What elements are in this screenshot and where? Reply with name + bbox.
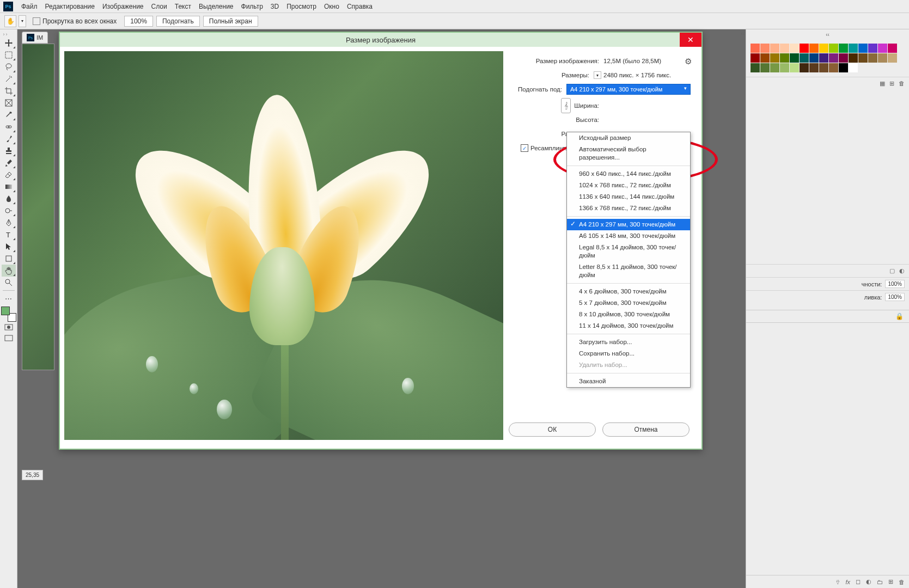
swatch[interactable] [839, 63, 848, 72]
dd-letter[interactable]: Letter 8,5 x 11 дюймов, 300 точек/дюйм [567, 261, 690, 281]
panel-collapse-icon[interactable]: ‹‹ [746, 29, 909, 39]
swatch[interactable] [760, 44, 770, 53]
swatch[interactable] [819, 63, 828, 72]
swatch[interactable] [800, 53, 809, 63]
menu-layers[interactable]: Слои [151, 3, 167, 10]
menu-view[interactable]: Просмотр [286, 3, 316, 10]
dd-1136[interactable]: 1136 x 640 пикс., 144 пикс./дюйм [567, 191, 690, 203]
type-tool[interactable]: T [2, 229, 16, 241]
swatch[interactable] [829, 44, 838, 53]
dd-load-preset[interactable]: Загрузить набор... [567, 336, 690, 348]
link-layers-icon[interactable]: ⍢ [836, 579, 840, 585]
delete-layer-icon[interactable]: 🗑 [899, 579, 905, 585]
group-icon[interactable]: 🗀 [877, 579, 883, 585]
zoom-tool[interactable] [2, 277, 16, 289]
swatch[interactable] [770, 63, 779, 72]
fullscreen-button[interactable]: Полный экран [203, 16, 258, 27]
crop-tool[interactable] [2, 85, 16, 97]
brush-tool[interactable] [2, 133, 16, 145]
dd-4x6[interactable]: 4 x 6 дюймов, 300 точек/дюйм [567, 286, 690, 297]
swatch-grid-icon[interactable]: ▦ [880, 80, 885, 87]
menu-filter[interactable]: Фильтр [241, 3, 263, 10]
dd-5x7[interactable]: 5 x 7 дюймов, 300 точек/дюйм [567, 297, 690, 309]
hand-tool-icon[interactable]: ✋ [4, 15, 16, 27]
swatches-panel[interactable] [746, 39, 909, 77]
swatch[interactable] [760, 53, 770, 63]
filter-adj-icon[interactable]: ◐ [899, 267, 905, 274]
swatch[interactable] [780, 63, 789, 72]
swatch[interactable] [829, 63, 838, 72]
screenmode-toggle[interactable] [3, 334, 14, 342]
swatch[interactable] [849, 53, 858, 63]
dd-1366[interactable]: 1366 x 768 пикс., 72 пикс./дюйм [567, 203, 690, 214]
document-tab[interactable]: PsIM [22, 32, 48, 44]
left-collapse-icon[interactable]: ‹‹ [741, 30, 745, 36]
dd-1024[interactable]: 1024 x 768 пикс., 72 пикс./дюйм [567, 180, 690, 191]
swatch[interactable] [858, 53, 868, 63]
swatch[interactable] [780, 44, 789, 53]
color-swatches[interactable] [1, 307, 16, 322]
dd-11x14[interactable]: 11 x 14 дюймов, 300 точек/дюйм [567, 320, 690, 332]
swatch[interactable] [839, 53, 848, 63]
menu-select[interactable]: Выделение [199, 3, 234, 10]
swatch[interactable] [809, 53, 819, 63]
constrain-link-icon[interactable]: 𝄞 [561, 98, 571, 113]
swatch[interactable] [829, 53, 838, 63]
swatch[interactable] [849, 63, 858, 72]
move-tool[interactable] [2, 37, 16, 49]
swatch[interactable] [819, 44, 828, 53]
menu-text[interactable]: Текст [175, 3, 191, 10]
dd-a6[interactable]: A6 105 x 148 мм, 300 точек/дюйм [567, 230, 690, 242]
swatch[interactable] [878, 53, 887, 63]
scroll-all-checkbox[interactable] [33, 17, 40, 25]
lasso-tool[interactable] [2, 61, 16, 73]
menu-edit[interactable]: Редактирование [45, 3, 95, 10]
frame-tool[interactable] [2, 97, 16, 109]
dodge-tool[interactable] [2, 205, 16, 217]
dd-legal[interactable]: Legal 8,5 x 14 дюймов, 300 точек/дюйм [567, 242, 690, 261]
swatch[interactable] [751, 53, 760, 63]
path-select-tool[interactable] [2, 241, 16, 253]
swatch[interactable] [888, 44, 897, 53]
stamp-tool[interactable] [2, 145, 16, 157]
filter-img-icon[interactable]: ▢ [889, 267, 895, 274]
swatch[interactable] [868, 44, 877, 53]
swatch[interactable] [751, 63, 760, 72]
swatch[interactable] [760, 63, 770, 72]
dd-save-preset[interactable]: Сохранить набор... [567, 348, 690, 359]
menu-file[interactable]: Файл [21, 3, 38, 10]
ok-button[interactable]: ОК [509, 422, 596, 437]
zoom-field[interactable]: 100% [124, 16, 153, 27]
dim-unit-dropdown[interactable]: ▾ [594, 71, 601, 79]
swatch[interactable] [809, 44, 819, 53]
swatch[interactable] [780, 53, 789, 63]
menu-image[interactable]: Изображение [102, 3, 144, 10]
swatch[interactable] [809, 63, 819, 72]
fit-button[interactable]: Подогнать [156, 16, 200, 27]
blur-tool[interactable] [2, 193, 16, 205]
marquee-tool[interactable] [2, 49, 16, 61]
swatch[interactable] [839, 44, 848, 53]
swatch[interactable] [878, 44, 887, 53]
hand-tool[interactable] [2, 265, 16, 277]
adjustment-icon[interactable]: ◐ [866, 578, 871, 585]
cancel-button[interactable]: Отмена [602, 422, 690, 437]
swatch[interactable] [770, 44, 779, 53]
menu-window[interactable]: Окно [324, 3, 339, 10]
dialog-titlebar[interactable]: Размер изображения ✕ [60, 33, 701, 47]
opacity-field[interactable]: 100% [885, 280, 905, 288]
swatch[interactable] [790, 63, 799, 72]
close-button[interactable]: ✕ [680, 33, 701, 47]
trash-icon[interactable]: 🗑 [899, 80, 905, 87]
fx-icon[interactable]: fx [845, 579, 850, 585]
menu-3d[interactable]: 3D [271, 3, 279, 10]
fill-field[interactable]: 100% [885, 293, 905, 301]
eraser-tool[interactable] [2, 169, 16, 181]
dd-8x10[interactable]: 8 x 10 дюймов, 300 точек/дюйм [567, 309, 690, 320]
swatch[interactable] [751, 44, 760, 53]
tool-preset-dropdown[interactable]: ▾ [19, 15, 26, 27]
dd-a4[interactable]: A4 210 x 297 мм, 300 точек/дюйм [567, 219, 690, 230]
eyedropper-tool[interactable] [2, 109, 16, 121]
healing-tool[interactable] [2, 121, 16, 133]
gear-icon[interactable]: ⚙ [685, 57, 692, 66]
